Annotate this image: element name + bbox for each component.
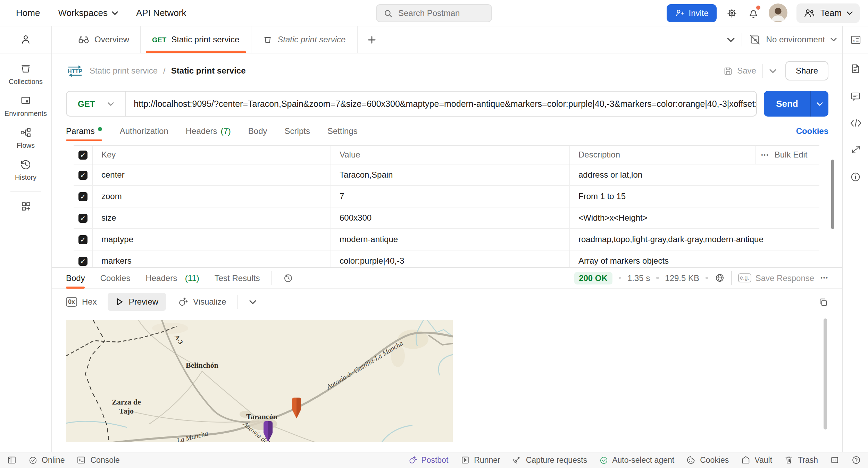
configure-sidebar-button[interactable]: [20, 201, 32, 212]
capture-requests-button[interactable]: Capture requests: [512, 455, 587, 465]
tab-overview[interactable]: Overview: [67, 26, 141, 53]
info-button[interactable]: [850, 171, 861, 182]
divider: [237, 295, 238, 309]
response-scrollbar[interactable]: [824, 318, 827, 429]
response-size[interactable]: 129.5 KB: [665, 273, 699, 283]
cookies-button[interactable]: Cookies: [686, 455, 729, 465]
response-tab-test-results[interactable]: Test Results: [215, 268, 260, 288]
tab-authorization[interactable]: Authorization: [120, 121, 168, 141]
param-description-cell[interactable]: Array of markers objects: [570, 250, 819, 267]
right-sidebar: x: [842, 26, 868, 451]
breadcrumb-current[interactable]: Static print service: [171, 66, 246, 76]
avatar[interactable]: [769, 3, 788, 22]
toggle-sidebar-button[interactable]: [7, 455, 17, 465]
send-button[interactable]: Send: [764, 91, 810, 117]
param-key-cell[interactable]: maptype: [93, 229, 331, 250]
auto-select-agent-button[interactable]: Auto-select agent: [599, 456, 674, 465]
method-selector[interactable]: GET: [67, 99, 125, 109]
response-time[interactable]: 1.35 s: [627, 273, 650, 283]
cookies-link[interactable]: Cookies: [796, 126, 828, 136]
search-input[interactable]: [398, 8, 475, 18]
network-globe-icon[interactable]: [714, 273, 725, 283]
response-tab-cookies[interactable]: Cookies: [100, 268, 131, 288]
select-all-checkbox[interactable]: ✓: [78, 150, 87, 159]
new-tab-button[interactable]: [357, 26, 386, 53]
param-description-cell[interactable]: roadmap,topo,light-gray,dark-gray,modern…: [570, 229, 819, 250]
param-description-cell[interactable]: From 1 to 15: [570, 186, 819, 207]
comments-button[interactable]: [850, 91, 861, 102]
param-value-cell[interactable]: 7: [331, 186, 570, 207]
param-key-cell[interactable]: center: [93, 164, 331, 185]
param-description-cell[interactable]: <Width>x<Height>: [570, 207, 819, 228]
preview-view-button[interactable]: Preview: [108, 293, 166, 311]
response-more-button[interactable]: •••: [820, 275, 828, 281]
param-value-cell[interactable]: modern-antique: [331, 229, 570, 250]
save-options-chevron-icon[interactable]: [769, 68, 776, 73]
nav-api-network[interactable]: API Network: [136, 8, 186, 18]
tab-scripts[interactable]: Scripts: [285, 121, 310, 141]
notifications-button[interactable]: [748, 7, 760, 19]
visualize-view-button[interactable]: Visualize: [177, 296, 226, 307]
response-history-icon[interactable]: [283, 272, 294, 283]
environment-selector[interactable]: No environment: [750, 34, 837, 45]
sidebar-user-slot[interactable]: [0, 26, 51, 53]
sidebar-item-history[interactable]: History: [0, 158, 51, 181]
postbot-button[interactable]: Postbot: [407, 455, 448, 465]
invite-button[interactable]: Invite: [666, 4, 717, 22]
response-tab-body[interactable]: Body: [66, 267, 85, 288]
tab-settings[interactable]: Settings: [327, 121, 358, 141]
settings-gear-button[interactable]: [726, 7, 738, 19]
param-value-cell[interactable]: 600x300: [331, 207, 570, 228]
url-input[interactable]: http://localhost:9095/?center=Taracon,Sp…: [125, 99, 756, 109]
sidebar-item-flows[interactable]: Flows: [0, 126, 51, 149]
team-menu-button[interactable]: Team: [797, 3, 860, 23]
send-options-button[interactable]: [810, 91, 828, 117]
row-checkbox[interactable]: ✓: [78, 170, 87, 179]
param-description-cell[interactable]: address or lat,lon: [570, 164, 819, 185]
param-key-cell[interactable]: zoom: [93, 186, 331, 207]
tab-params[interactable]: Params: [66, 121, 102, 141]
save-response-button[interactable]: e.g. Save Response: [738, 273, 814, 283]
two-pane-view-button[interactable]: [830, 455, 840, 465]
tab-body[interactable]: Body: [248, 121, 267, 141]
tab-headers[interactable]: Headers(7): [186, 121, 231, 141]
code-snippet-button[interactable]: [850, 119, 861, 128]
copy-response-button[interactable]: [818, 297, 828, 307]
share-button[interactable]: Share: [785, 61, 828, 80]
tab-list-chevron-icon[interactable]: [727, 37, 735, 42]
row-checkbox[interactable]: ✓: [78, 192, 87, 201]
nav-workspaces[interactable]: Workspaces: [58, 8, 118, 18]
response-tab-headers[interactable]: Headers (11): [145, 268, 199, 288]
status-badge[interactable]: 200 OK: [574, 272, 612, 284]
breadcrumb-parent[interactable]: Static print service: [90, 66, 158, 76]
row-checkbox[interactable]: ✓: [78, 256, 87, 265]
tab-deleted-request[interactable]: Static print service: [251, 26, 357, 53]
params-scrollbar[interactable]: [831, 160, 834, 229]
sidebar-item-collections[interactable]: Collections: [0, 62, 51, 85]
save-button[interactable]: Save: [723, 66, 756, 76]
param-key-cell[interactable]: markers: [93, 250, 331, 267]
help-button[interactable]: [851, 455, 861, 465]
tab-active-request[interactable]: GET Static print service: [141, 26, 251, 53]
documentation-button[interactable]: [850, 63, 861, 74]
param-value-cell[interactable]: Taracon,Spain: [331, 164, 570, 185]
row-checkbox[interactable]: ✓: [78, 213, 87, 222]
sidebar-item-environments[interactable]: Environments: [0, 94, 51, 117]
top-nav-left: Home Workspaces API Network: [16, 8, 186, 18]
related-requests-button[interactable]: [850, 144, 861, 155]
column-header-description: Description: [570, 146, 756, 164]
global-search[interactable]: [376, 4, 492, 22]
environment-quicklook-button[interactable]: x: [843, 26, 868, 53]
vault-button[interactable]: Vault: [741, 455, 772, 465]
param-value-cell[interactable]: color:purple|40,-3: [331, 250, 570, 267]
console-button[interactable]: Console: [77, 455, 120, 465]
runner-button[interactable]: Runner: [460, 455, 500, 465]
row-checkbox[interactable]: ✓: [78, 235, 87, 244]
trash-button[interactable]: Trash: [784, 455, 818, 465]
hex-view-button[interactable]: 0x Hex: [66, 297, 97, 307]
nav-home[interactable]: Home: [16, 8, 40, 18]
bulk-edit-button[interactable]: •••Bulk Edit: [756, 146, 819, 164]
view-options-chevron-icon[interactable]: [249, 299, 256, 304]
connection-status[interactable]: Online: [28, 456, 65, 465]
param-key-cell[interactable]: size: [93, 207, 331, 228]
